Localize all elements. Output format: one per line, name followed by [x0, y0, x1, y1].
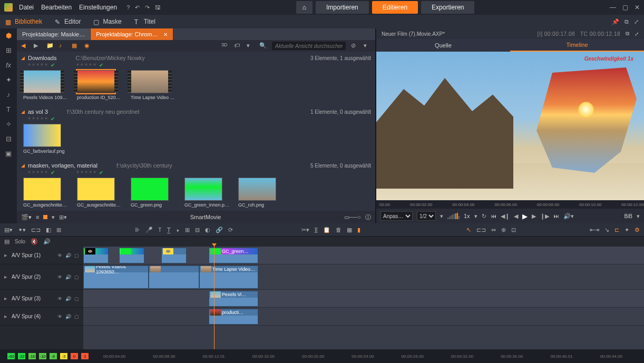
next-frame-icon[interactable]: ▶ [532, 213, 536, 220]
pip-menu-icon[interactable]: ▾ [637, 213, 640, 220]
library-thumb[interactable]: GC_roh.png [238, 178, 284, 208]
overlays-icon[interactable]: ✧ [4, 120, 13, 129]
view-menu-icon[interactable]: ▾ [52, 214, 55, 221]
text-icon[interactable]: T [158, 227, 162, 233]
audio-icon[interactable]: ♪ [4, 91, 13, 99]
library-thumb[interactable]: Pexels Videos 10936… [23, 70, 69, 100]
tab-library[interactable]: ▦Bibliothek [5, 18, 42, 25]
speaker-icon[interactable]: 🔊 [65, 253, 71, 258]
list-view-icon[interactable]: ≡ [36, 214, 39, 220]
window-icon[interactable]: ⧉ [625, 18, 629, 25]
corrections-icon[interactable]: ✦ [4, 76, 13, 84]
clip[interactable] [149, 266, 199, 289]
chevron-down-icon[interactable]: ▾ [247, 42, 254, 50]
music-filter-icon[interactable]: ♪ [59, 42, 66, 50]
photo-filter-icon[interactable]: ▦ [72, 42, 79, 50]
options-icon[interactable]: ▾ [364, 42, 371, 50]
lock-icon[interactable]: ▢ [74, 274, 79, 280]
color-icon[interactable]: ◐ [205, 227, 210, 233]
step-back-icon[interactable]: ◀❙ [501, 213, 510, 220]
clip[interactable] [119, 248, 144, 263]
step-fwd-icon[interactable]: ❙▶ [540, 213, 549, 220]
track-collapse-icon[interactable]: ▸ [4, 252, 7, 259]
popout-icon[interactable]: ⧉ [626, 31, 629, 37]
effects-icon[interactable]: fx [4, 61, 13, 70]
menu-edit[interactable]: Bearbeiten [41, 4, 72, 11]
library-thumb[interactable]: GC_green.png [131, 178, 176, 208]
track-header[interactable]: ▸ A/V Spur (4) 👁 🔊 ▢ [0, 308, 83, 326]
split-icon[interactable]: ⊟ [195, 227, 200, 233]
vol-keyframe-icon[interactable]: ⊪ [135, 227, 140, 233]
library-thumb[interactable]: production ID_5204… [77, 70, 122, 100]
speaker-icon[interactable]: 🔊 [65, 314, 71, 319]
redo-icon[interactable]: ↷ [145, 4, 150, 11]
speaker-icon[interactable]: 🔊 [65, 274, 71, 280]
settings-icon[interactable]: ⚙ [635, 227, 640, 233]
export-button[interactable]: Exportieren [421, 1, 474, 14]
speed-menu-icon[interactable]: ▾ [474, 213, 477, 220]
vol-all-icon[interactable]: 🔊 [43, 238, 51, 245]
clip[interactable] [83, 248, 109, 263]
grid-icon[interactable]: ⊞ [185, 227, 190, 233]
maximize-icon[interactable]: ▢ [622, 4, 628, 11]
pin-icon[interactable]: 📌 [612, 18, 619, 25]
menu-file[interactable]: Datei [19, 4, 34, 11]
snap-icon[interactable]: ✦▾ [18, 227, 26, 233]
collapse-icon[interactable]: ◢ [21, 163, 25, 168]
folder-icon[interactable]: 📁 [46, 42, 54, 50]
clip[interactable]: Pexels Videos 1093650… [83, 266, 149, 289]
collapse-icon[interactable]: ◢ [21, 55, 25, 61]
track-header[interactable]: ▸ A/V Spur (3) 👁 🔊 ▢ [0, 290, 83, 308]
library-thumb[interactable]: GC_green_innen.png [184, 178, 230, 208]
title-tool-icon[interactable]: T̲ [167, 227, 171, 233]
motion-icon[interactable]: ⟳ [228, 227, 233, 233]
titles-icon[interactable]: T [4, 105, 13, 114]
track-lane[interactable] [83, 290, 644, 308]
mic-icon[interactable]: 🎤 [145, 227, 153, 233]
smartmovie-button[interactable]: SmartMovie [190, 214, 221, 220]
timeline-tab[interactable]: Timeline [510, 39, 644, 52]
tag-icon[interactable]: 🏷 [234, 42, 241, 50]
minimize-icon[interactable]: — [610, 4, 616, 11]
track-add-icon[interactable]: ▤ [4, 238, 9, 245]
nav-fwd-icon[interactable]: ▶ [34, 42, 41, 50]
clipboard-icon[interactable]: 📋 [323, 227, 330, 233]
close-tab-icon[interactable]: ✕ [163, 32, 168, 37]
close-icon[interactable]: ✕ [635, 4, 640, 11]
overwrite-icon[interactable]: ⊏ [614, 227, 619, 233]
arrow-tool-icon[interactable]: ↖ [466, 227, 471, 233]
transitions-icon[interactable]: ⊞ [4, 46, 13, 55]
tab-title[interactable]: TTitel [134, 18, 155, 25]
goto-start-icon[interactable]: ⏮ [491, 213, 496, 219]
tl-options-icon[interactable]: ✦ [625, 227, 629, 233]
library-thumb[interactable]: GC_ausgeschnitten.p… [23, 178, 69, 208]
ripple-icon[interactable]: ⇤⇥ [590, 227, 599, 233]
loop-icon[interactable]: ↻ [482, 213, 486, 220]
volume-icon[interactable]: 🔊▾ [563, 213, 574, 220]
speaker-icon[interactable]: 🔊 [65, 296, 71, 301]
eye-icon[interactable]: 👁 [57, 296, 62, 301]
nav-back-icon[interactable]: ◀ [21, 42, 28, 50]
magnet-icon[interactable]: ⊏⊐ [31, 227, 41, 233]
rec-icon[interactable]: ▮ [357, 227, 360, 233]
razor-icon[interactable]: ✂▾ [301, 227, 309, 233]
multicam-icon[interactable]: ⊞ [56, 227, 61, 233]
lock-icon[interactable]: ▢ [74, 296, 79, 301]
undo-icon[interactable]: ↶ [135, 4, 140, 11]
goto-end-icon[interactable]: ⏭ [553, 213, 559, 219]
insert-icon[interactable]: ↘ [604, 227, 609, 233]
sort-icon[interactable]: ⊞▾ [59, 214, 67, 221]
help-icon[interactable]: ? [126, 4, 130, 11]
source-tab[interactable]: Quelle [376, 39, 510, 52]
zoom-menu-icon[interactable]: ▾ [440, 213, 443, 220]
preview-ruler[interactable]: 00.0000:00:02.0000:00:04.0000:00:06.0000… [376, 200, 644, 209]
track-header[interactable]: ▸ A/V Spur (1) 👁 🔊 ▢ [0, 247, 83, 264]
library-tab[interactable]: Projektablage: Chrom…✕ [91, 28, 173, 40]
zoom-slider[interactable]: ▭──○ [344, 214, 361, 221]
viewport[interactable]: Geschwindigkeit 1x [376, 52, 644, 200]
3d-icon[interactable]: 3D [221, 42, 229, 50]
delete-icon[interactable]: 🗑 [336, 227, 341, 233]
expand-icon[interactable]: ⤢ [634, 18, 639, 25]
home-button[interactable]: ⌂ [296, 1, 313, 14]
menu-settings[interactable]: Einstellungen [79, 4, 117, 11]
